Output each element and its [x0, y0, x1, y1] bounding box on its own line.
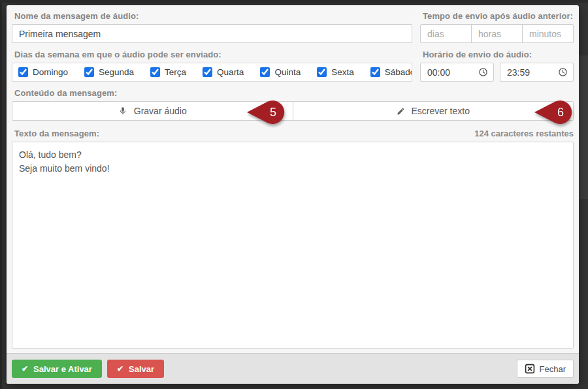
weekday-item-domingo: Domingo [18, 67, 68, 77]
message-header: Texto da mensagem: 124 caracteres restan… [12, 127, 574, 142]
end-time-input[interactable] [500, 63, 574, 82]
weekday-item-sabado: Sábado [370, 67, 412, 77]
pencil-icon [397, 107, 405, 116]
save-button[interactable]: ✔ Salvar [107, 360, 164, 378]
write-text-button[interactable]: Escrever texto [293, 102, 574, 120]
message-textarea[interactable]: Olá, tudo bem? Seja muito bem vindo! [12, 142, 574, 349]
record-audio-button[interactable]: Gravar áudio [12, 102, 293, 120]
weekday-item-terca: Terça [150, 67, 186, 77]
name-field-label: Nome da mensagem de áudio: [14, 11, 412, 21]
weekday-checkbox-domingo[interactable] [18, 67, 28, 77]
delay-minutes-input[interactable] [522, 24, 574, 43]
check-icon: ✔ [117, 364, 123, 373]
end-time-field [500, 63, 574, 82]
backdrop-edge [0, 0, 588, 3]
weekday-checkbox-segunda[interactable] [84, 67, 94, 77]
check-icon: ✔ [22, 364, 28, 373]
boxed-x-icon [525, 364, 535, 374]
weekday-checkbox-quarta[interactable] [203, 67, 212, 77]
microphone-icon [118, 106, 127, 116]
delay-days-input[interactable] [420, 24, 472, 43]
record-audio-label: Gravar áudio [134, 106, 187, 116]
audio-message-modal: Nome da mensagem de áudio: Tempo de envi… [7, 5, 579, 384]
row-name-delay: Nome da mensagem de áudio: Tempo de envi… [12, 10, 574, 43]
backdrop-edge [0, 0, 2, 389]
weekday-item-segunda: Segunda [84, 67, 134, 77]
backdrop-patch [579, 55, 588, 199]
weekday-checkbox-sexta[interactable] [317, 67, 327, 77]
save-and-activate-button[interactable]: ✔ Salvar e Ativar [12, 360, 102, 378]
weekday-item-quarta: Quarta [203, 67, 244, 77]
content-type-bar: Gravar áudio Escrever texto 5 6 [12, 101, 574, 121]
write-text-label: Escrever texto [412, 106, 470, 116]
start-time-field [420, 63, 494, 82]
weekday-item-sexta: Sexta [317, 67, 354, 77]
weekday-label: Terça [165, 67, 186, 77]
message-name-input[interactable] [12, 24, 412, 43]
delay-hours-input[interactable] [471, 24, 523, 43]
content-label: Conteúdo da mensagem: [14, 88, 574, 98]
save-label: Salvar [129, 364, 154, 374]
weekdays-box: Domingo Segunda Terça Quarta [12, 63, 412, 82]
schedule-inputs [420, 63, 574, 82]
weekday-item-quinta: Quinta [260, 67, 301, 77]
chars-remaining-counter: 124 caracteres restantes [474, 129, 574, 138]
weekday-label: Domingo [33, 67, 68, 77]
modal-footer: ✔ Salvar e Ativar ✔ Salvar Fechar [7, 353, 579, 384]
weekday-checkbox-sabado[interactable] [370, 67, 380, 77]
message-label: Texto da mensagem: [14, 129, 99, 138]
weekday-checkbox-terca[interactable] [150, 67, 160, 77]
delay-label: Tempo de envio após áudio anterior: [423, 11, 574, 21]
save-and-activate-label: Salvar e Ativar [33, 364, 92, 374]
weekday-checkbox-quinta[interactable] [260, 67, 270, 77]
start-time-input[interactable] [420, 63, 494, 82]
row-days-schedule: Dias da semana em que o áudio pode ser e… [12, 43, 574, 82]
weekdays-label: Dias da semana em que o áudio pode ser e… [14, 50, 412, 59]
delay-input-group [420, 24, 574, 43]
weekday-label: Sexta [331, 67, 354, 77]
weekday-label: Quinta [274, 67, 301, 77]
close-label: Fechar [540, 364, 566, 374]
weekday-label: Segunda [99, 67, 134, 77]
weekday-label: Quarta [217, 67, 244, 77]
close-button[interactable]: Fechar [517, 360, 574, 378]
weekday-label: Sábado [385, 67, 412, 77]
schedule-label: Horário de envio do áudio: [423, 50, 574, 59]
modal-body: Nome da mensagem de áudio: Tempo de envi… [7, 5, 579, 353]
